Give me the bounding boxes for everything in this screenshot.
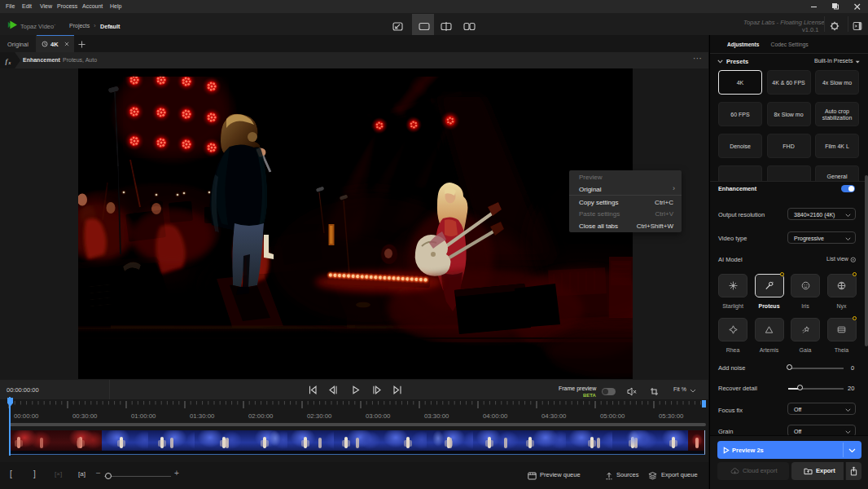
svg-text:x: x: [8, 60, 11, 65]
svg-text:04:30:00: 04:30:00: [541, 412, 567, 420]
svg-text:05:00:00: 05:00:00: [600, 412, 625, 420]
svg-text:01:00:00: 01:00:00: [131, 412, 156, 420]
svg-text:02:00:00: 02:00:00: [248, 412, 274, 420]
svg-text:03:00:00: 03:00:00: [366, 412, 391, 420]
svg-text:02:30:00: 02:30:00: [307, 412, 332, 420]
svg-text:05:30:00: 05:30:00: [659, 412, 684, 420]
svg-text:00:30:00: 00:30:00: [72, 412, 98, 420]
svg-text:01:30:00: 01:30:00: [190, 412, 215, 420]
svg-text:03:30:00: 03:30:00: [424, 412, 449, 420]
svg-text:00:00:00: 00:00:00: [14, 412, 39, 420]
svg-text:04:00:00: 04:00:00: [483, 412, 508, 420]
